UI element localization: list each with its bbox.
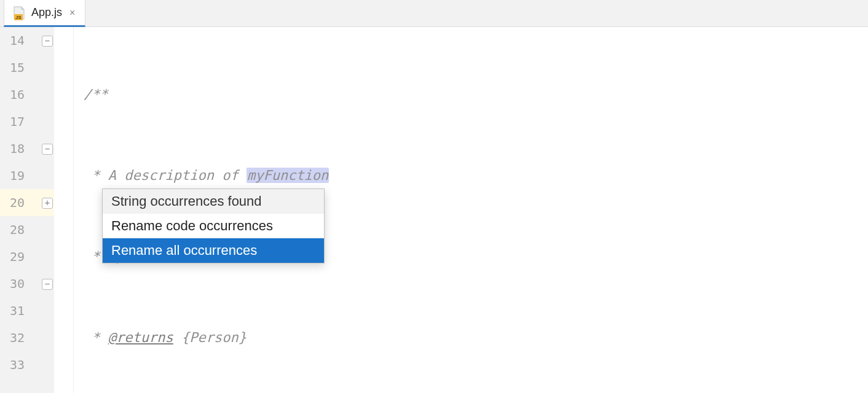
menu-item-rename-all[interactable]: Rename all occurrences	[103, 238, 324, 263]
editor-tab[interactable]: JS App.js ×	[4, 0, 85, 27]
fold-toggle-icon[interactable]	[42, 36, 53, 47]
line-number: 29	[0, 243, 54, 270]
line-number: 32	[0, 324, 54, 351]
fold-toggle-icon[interactable]	[42, 279, 53, 290]
line-number: 33	[0, 351, 54, 378]
svg-text:JS: JS	[15, 15, 22, 20]
context-menu-header: String occurrences found	[103, 189, 324, 214]
jsdoc-open: /**	[84, 87, 108, 102]
jsdoc-returns-type: {Person}	[173, 330, 247, 345]
line-number: 31	[0, 297, 54, 324]
code-line: * @returns {Person}	[74, 324, 868, 351]
tab-bar: JS App.js ×	[0, 0, 868, 27]
line-number: 15	[0, 54, 54, 81]
menu-item-rename-code[interactable]: Rename code occurrences	[103, 214, 324, 238]
rename-context-menu: String occurrences found Rename code occ…	[102, 189, 325, 263]
js-file-icon: JS	[12, 6, 26, 20]
code-line: * A description of myFunction	[74, 162, 868, 189]
line-number: 17	[0, 108, 54, 135]
line-number: 28	[0, 216, 54, 243]
line-number-gutter: 14 15 16 17 18 19 20 28 29 30 31 32 33	[0, 27, 54, 393]
fold-toggle-icon[interactable]	[42, 144, 53, 155]
tab-filename: App.js	[31, 6, 62, 19]
line-number: 16	[0, 81, 54, 108]
line-number: 19	[0, 162, 54, 189]
jsdoc-returns-tag: @returns	[108, 330, 173, 345]
jsdoc-prefix: *	[84, 330, 108, 345]
symbol-usage: myFunction	[247, 168, 329, 183]
fold-column	[54, 27, 74, 393]
jsdoc-desc-prefix: * A description of	[84, 168, 247, 183]
close-icon[interactable]: ×	[67, 7, 77, 18]
fold-toggle-icon[interactable]	[42, 198, 53, 209]
code-line: /**	[74, 81, 868, 108]
